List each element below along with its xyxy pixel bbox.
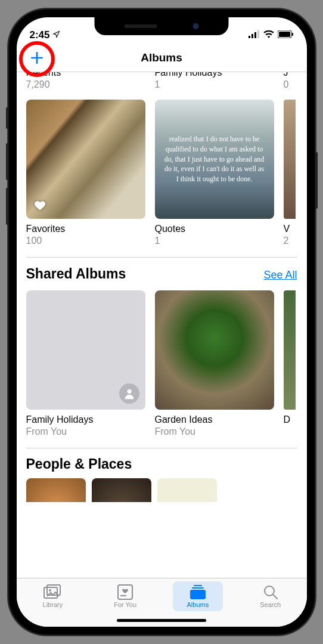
people-places-header: People & Places — [17, 448, 307, 478]
notch — [95, 17, 229, 35]
svg-rect-2 — [254, 32, 256, 38]
section-title: People & Places — [26, 456, 132, 472]
album-count: 1 — [155, 236, 274, 246]
svg-rect-1 — [251, 34, 253, 38]
album-title: Quotes — [155, 224, 274, 234]
album-thumb — [155, 290, 274, 410]
svg-rect-12 — [120, 595, 126, 596]
people-tile[interactable] — [26, 478, 86, 502]
shared-album-garden-ideas[interactable]: Garden Ideas From You — [155, 290, 274, 437]
status-time: 2:45 — [30, 29, 50, 41]
tab-bar: Library For You Albums Search — [17, 578, 307, 627]
album-count: 0 — [284, 79, 296, 90]
svg-point-10 — [49, 589, 51, 592]
svg-rect-5 — [279, 32, 290, 37]
people-places-row — [17, 478, 307, 502]
album-sub: From You — [155, 426, 274, 437]
album-tile-family-holidays[interactable]: Family Holidays 1 — [155, 72, 274, 90]
tab-label: Search — [260, 601, 281, 608]
album-count: 2 — [284, 236, 296, 246]
heart-icon — [32, 197, 48, 213]
album-count: 100 — [26, 236, 145, 246]
shared-album-family-holidays[interactable]: Family Holidays From You — [26, 290, 145, 437]
tab-library[interactable]: Library — [17, 578, 89, 614]
tab-for-you[interactable]: For You — [89, 578, 162, 614]
album-title: Garden Ideas — [155, 414, 274, 425]
battery-icon — [278, 29, 294, 41]
album-title: Favorites — [26, 224, 145, 234]
album-tile-quotes[interactable]: realized that I do not have to be qualif… — [155, 100, 274, 246]
shared-albums-row: Family Holidays From You Garden Ideas Fr… — [17, 290, 307, 437]
see-all-link[interactable]: See All — [263, 269, 297, 281]
my-albums-row-2: Favorites 100 realized that I do not hav… — [17, 100, 307, 246]
album-thumb: realized that I do not have to be qualif… — [155, 100, 274, 219]
album-tile-favorites[interactable]: Favorites 100 — [26, 100, 145, 246]
tab-label: For You — [114, 601, 136, 608]
section-title: Shared Albums — [26, 266, 126, 282]
album-tile-peek[interactable]: V 2 — [284, 100, 296, 246]
mute-switch — [6, 107, 8, 129]
shared-albums-header: Shared Albums See All — [17, 258, 307, 290]
album-sub: From You — [26, 426, 145, 437]
magnifier-icon — [263, 584, 278, 600]
album-title: D — [284, 414, 296, 425]
tab-search[interactable]: Search — [234, 578, 307, 614]
volume-up — [6, 143, 8, 180]
album-thumb — [284, 290, 296, 410]
page-title: Albums — [141, 51, 182, 64]
svg-rect-6 — [292, 33, 293, 36]
people-tile[interactable] — [92, 478, 151, 502]
album-title: Family Holidays — [26, 414, 145, 425]
tab-albums[interactable]: Albums — [162, 578, 234, 614]
add-album-button[interactable] — [24, 45, 50, 71]
svg-point-7 — [127, 389, 131, 393]
my-albums-row-partial: Recents 7,290 Family Holidays 1 J 0 — [17, 72, 307, 97]
person-icon — [119, 383, 139, 404]
places-tile[interactable] — [157, 478, 217, 502]
album-thumb — [284, 100, 296, 219]
album-thumb — [26, 290, 145, 410]
svg-rect-3 — [257, 30, 259, 38]
home-indicator[interactable] — [117, 619, 206, 622]
album-tile-recents[interactable]: Recents 7,290 — [26, 72, 145, 90]
albums-content[interactable]: Recents 7,290 Family Holidays 1 J 0 — [17, 72, 307, 578]
album-count: 7,290 — [26, 79, 145, 90]
album-tile-peek[interactable]: J 0 — [284, 72, 296, 90]
album-count: 1 — [155, 79, 274, 90]
album-thumb — [26, 100, 145, 219]
shared-album-peek[interactable]: D — [284, 290, 296, 437]
tab-label: Library — [43, 601, 63, 608]
svg-rect-0 — [249, 36, 250, 38]
screen: 2:45 Albums — [17, 17, 307, 627]
album-title: J — [284, 72, 296, 78]
quote-text: realized that I do not have to be qualif… — [163, 134, 266, 184]
wifi-icon — [263, 29, 274, 41]
album-title: Family Holidays — [155, 72, 274, 78]
nav-bar: Albums — [17, 44, 307, 72]
power-button — [315, 152, 318, 209]
photo-library-icon — [44, 584, 61, 600]
album-title: Recents — [26, 72, 145, 78]
album-title: V — [284, 224, 296, 234]
volume-down — [6, 188, 8, 225]
signal-icon — [249, 29, 260, 41]
location-arrow-icon — [52, 29, 60, 41]
phone-frame: 2:45 Albums — [8, 9, 315, 635]
heart-card-icon — [117, 584, 133, 600]
